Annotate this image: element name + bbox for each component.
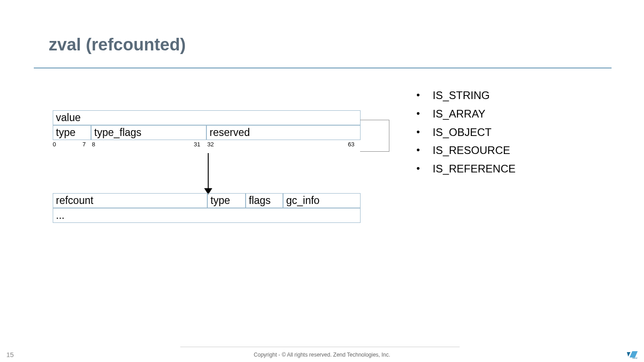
bit-labels: 0 7 8 31 32 63: [53, 140, 361, 149]
rtype-cell: type: [207, 193, 246, 208]
ellipsis-row: ...: [53, 208, 361, 223]
slide-title: zval (refcounted): [49, 35, 186, 54]
side-box: [360, 120, 389, 152]
list-item: IS_ARRAY: [416, 105, 516, 123]
title-underline: [34, 68, 612, 68]
zval-diagram: value type type_flags reserved 0 7 8 31 …: [53, 110, 391, 149]
refcount-table: refcount type flags gc_info ...: [53, 193, 361, 223]
value-row: value: [53, 110, 361, 125]
type-flags-cell: type_flags: [91, 125, 206, 140]
types-list: IS_STRING IS_ARRAY IS_OBJECT IS_RESOURCE…: [416, 86, 516, 178]
refcount-cell: refcount: [53, 193, 207, 208]
list-item: IS_RESOURCE: [416, 141, 516, 160]
arrow-down-icon: [206, 153, 211, 195]
reserved-cell: reserved: [206, 125, 361, 140]
svg-text:zend: zend: [632, 357, 637, 359]
zend-logo-icon: zend: [626, 349, 639, 359]
bit-label-8: 8: [92, 141, 95, 148]
bit-label-7: 7: [82, 141, 86, 148]
footer-divider: [180, 347, 460, 347]
type-cell: type: [53, 125, 91, 140]
list-item: IS_OBJECT: [416, 123, 516, 142]
type-flags-row: type type_flags reserved: [53, 125, 361, 140]
bit-label-63: 63: [348, 141, 354, 148]
bit-label-32: 32: [207, 141, 214, 148]
copyright-text: Copyright - © All rights reserved. Zend …: [0, 352, 644, 358]
flags-cell: flags: [246, 193, 283, 208]
bit-label-0: 0: [53, 141, 56, 148]
bit-label-31: 31: [194, 141, 200, 148]
gc-info-cell: gc_info: [283, 193, 361, 208]
list-item: IS_STRING: [416, 86, 516, 105]
list-item: IS_REFERENCE: [416, 160, 516, 178]
